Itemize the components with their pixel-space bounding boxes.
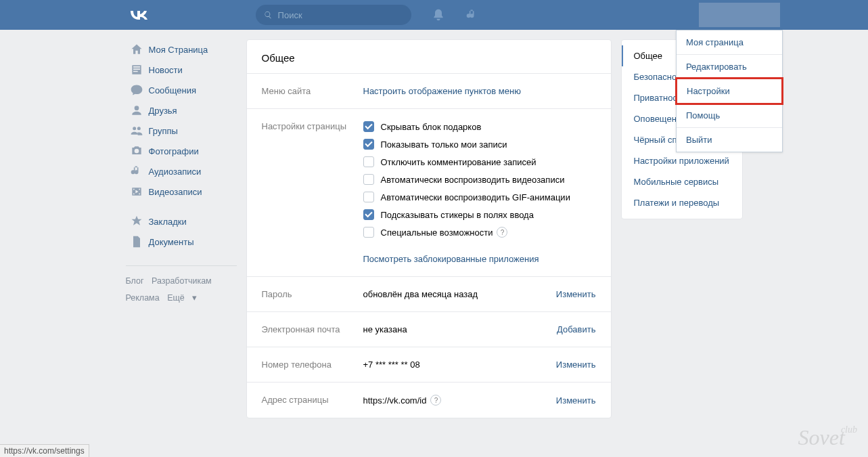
nav-label: Моя Страница — [149, 45, 208, 55]
photos-icon — [130, 144, 143, 158]
nav-label: Закладки — [149, 217, 187, 227]
section-label: Пароль — [262, 289, 363, 299]
checkbox-row[interactable]: Специальные возможности? — [363, 227, 596, 238]
section-label: Номер телефона — [262, 360, 363, 370]
footer-blog[interactable]: Блог — [126, 276, 144, 286]
bookmarks-icon — [130, 215, 143, 228]
section-label: Электронная почта — [262, 324, 363, 334]
help-icon[interactable]: ? — [497, 227, 507, 238]
section-site-menu: Меню сайта Настроить отображение пунктов… — [247, 73, 611, 108]
nav-label: Аудиозаписи — [149, 167, 202, 177]
settings-nav-item[interactable]: Настройки приложений — [622, 150, 742, 171]
blocked-apps-link[interactable]: Посмотреть заблокированные приложения — [363, 254, 539, 264]
checkbox-row[interactable]: Показывать только мои записи — [363, 139, 596, 150]
checkbox-label: Подсказывать стикеры в полях ввода — [381, 210, 534, 220]
dropdown-logout[interactable]: Выйти — [677, 128, 782, 152]
footer-links: Блог Разработчикам Реклама Ещё ▾ — [126, 265, 237, 307]
checkbox[interactable] — [363, 121, 374, 132]
nav-label: Документы — [149, 237, 194, 247]
home-icon — [130, 43, 143, 56]
change-phone-link[interactable]: Изменить — [556, 360, 596, 370]
checkbox[interactable] — [363, 156, 374, 167]
configure-menu-link[interactable]: Настроить отображение пунктов меню — [363, 86, 521, 96]
notifications-icon[interactable] — [432, 8, 445, 22]
checkbox-label: Скрывать блок подарков — [381, 122, 482, 132]
profile-dropdown: Моя страница Редактировать Настройки Пом… — [676, 30, 783, 152]
help-icon[interactable]: ? — [430, 395, 441, 406]
nav-video[interactable]: Видеозаписи — [126, 181, 237, 202]
nav-my-page[interactable]: Моя Страница — [126, 39, 237, 60]
nav-label: Новости — [149, 65, 183, 75]
footer-devs[interactable]: Разработчикам — [152, 276, 212, 286]
password-value: обновлён два месяца назад — [363, 289, 478, 299]
news-icon — [130, 63, 143, 77]
watermark: Sovetclub — [798, 425, 861, 450]
nav-groups[interactable]: Группы — [126, 121, 237, 141]
nav-label: Сообщения — [149, 85, 197, 95]
search-box[interactable] — [256, 5, 411, 25]
checkbox-label: Автоматически воспроизводить GIF-анимаци… — [381, 192, 570, 202]
friends-icon — [130, 104, 143, 117]
nav-friends[interactable]: Друзья — [126, 100, 237, 121]
checkbox-row[interactable]: Отключить комментирование записей — [363, 156, 596, 167]
phone-value: +7 *** *** ** 08 — [363, 360, 420, 370]
footer-more[interactable]: Ещё ▾ — [167, 293, 197, 303]
checkbox[interactable] — [363, 227, 374, 238]
checkbox-label: Отключить комментирование записей — [381, 157, 536, 167]
settings-content: Общее Меню сайта Настроить отображение п… — [246, 39, 612, 418]
nav-photos[interactable]: Фотографии — [126, 141, 237, 161]
checkbox-row[interactable]: Автоматически воспроизводить GIF-анимаци… — [363, 192, 596, 202]
checkbox-row[interactable]: Скрывать блок подарков — [363, 121, 596, 132]
dropdown-help[interactable]: Помощь — [677, 104, 782, 127]
change-address-link[interactable]: Изменить — [556, 395, 596, 406]
checkbox-label: Специальные возможности — [381, 227, 493, 238]
checkbox-label: Автоматически воспроизводить видеозаписи — [381, 175, 565, 185]
nav-audio[interactable]: Аудиозаписи — [126, 161, 237, 181]
address-value: https://vk.com/id ? — [363, 395, 442, 406]
dropdown-my-page[interactable]: Моя страница — [677, 30, 782, 54]
dropdown-edit[interactable]: Редактировать — [677, 55, 782, 79]
audio-icon — [130, 165, 143, 178]
checkbox-row[interactable]: Автоматически воспроизводить видеозаписи — [363, 174, 596, 185]
checkbox[interactable] — [363, 192, 374, 202]
change-password-link[interactable]: Изменить — [556, 289, 596, 299]
page-title: Общее — [262, 52, 596, 64]
settings-nav-item[interactable]: Мобильные сервисы — [622, 171, 742, 192]
search-icon — [264, 10, 273, 20]
nav-label: Группы — [149, 126, 178, 136]
music-icon[interactable] — [465, 8, 479, 22]
footer-ads[interactable]: Реклама — [126, 293, 160, 303]
section-label: Меню сайта — [262, 86, 363, 96]
checkbox[interactable] — [363, 209, 374, 220]
section-page-settings: Настройки страницы Скрывать блок подарко… — [247, 108, 611, 276]
checkbox[interactable] — [363, 139, 374, 150]
settings-nav-item[interactable]: Платежи и переводы — [622, 192, 742, 213]
section-label: Адрес страницы — [262, 395, 363, 406]
checkbox-label: Показывать только мои записи — [381, 139, 507, 150]
checkbox[interactable] — [363, 174, 374, 185]
nav-news[interactable]: Новости — [126, 60, 237, 80]
nav-messages[interactable]: Сообщения — [126, 80, 237, 100]
groups-icon — [130, 124, 143, 137]
nav-label: Друзья — [149, 106, 177, 116]
left-sidebar: Моя Страница Новости Сообщения Друзья Гр… — [126, 39, 237, 418]
docs-icon — [130, 235, 143, 248]
profile-menu-trigger[interactable] — [699, 3, 780, 27]
nav-bookmarks[interactable]: Закладки — [126, 211, 237, 232]
section-label: Настройки страницы — [262, 121, 363, 264]
checkbox-row[interactable]: Подсказывать стикеры в полях ввода — [363, 209, 596, 220]
top-icons — [432, 8, 479, 22]
section-phone: Номер телефона +7 *** *** ** 08 Изменить — [247, 347, 611, 382]
add-email-link[interactable]: Добавить — [557, 324, 595, 334]
nav-label: Видеозаписи — [149, 187, 202, 197]
search-input[interactable] — [278, 10, 403, 20]
section-address: Адрес страницы https://vk.com/id ? Измен… — [247, 382, 611, 418]
status-bar-url: https://vk.com/settings — [0, 444, 89, 457]
section-password: Пароль обновлён два месяца назад Изменит… — [247, 276, 611, 311]
vk-logo[interactable] — [129, 6, 147, 24]
section-email: Электронная почта не указана Добавить — [247, 311, 611, 347]
nav-docs[interactable]: Документы — [126, 232, 237, 252]
video-icon — [130, 185, 143, 198]
email-value: не указана — [363, 324, 407, 334]
dropdown-settings[interactable]: Настройки — [675, 77, 783, 105]
